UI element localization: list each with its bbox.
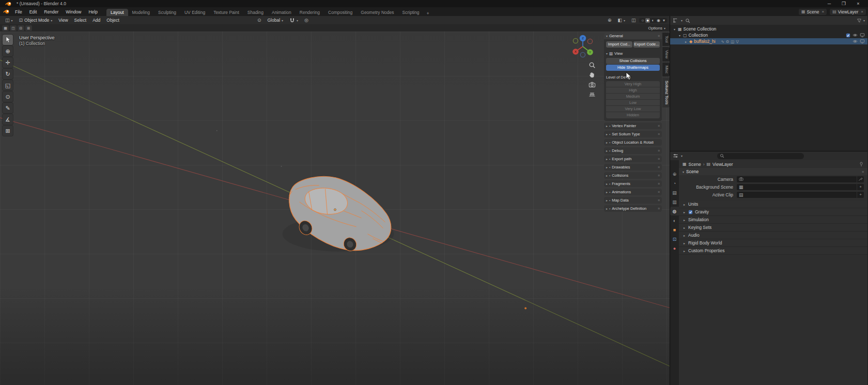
outliner-row-collection[interactable]: ▾ ▢ Collection <box>670 32 867 38</box>
add-cube-tool[interactable]: ⊞ <box>3 126 13 136</box>
camera-field[interactable] <box>737 176 857 182</box>
exclude-checkbox-icon[interactable] <box>846 33 850 38</box>
lod-very-high-button[interactable]: Very High <box>606 81 660 87</box>
panel-grip-icon[interactable]: ≡ <box>658 182 660 186</box>
audio-section[interactable]: ▸ Audio <box>679 232 867 239</box>
units-section[interactable]: ▸ Units <box>679 201 867 208</box>
editor-type-button[interactable]: ◫ ▾ <box>3 18 16 23</box>
collisions-panel[interactable]: ▸▪Collisions≡ <box>604 172 662 179</box>
workspace-tab-geometry-nodes[interactable]: Geometry Nodes <box>357 9 398 16</box>
unlink-scene-icon[interactable]: × <box>821 9 825 14</box>
debug-panel[interactable]: ▸▪Debug≡ <box>604 147 662 154</box>
menu-window[interactable]: Window <box>62 9 85 14</box>
rotate-tool[interactable]: ↻ <box>3 69 13 79</box>
car-model[interactable] <box>283 176 394 253</box>
sidebar-tab-tool[interactable]: Tool <box>662 33 670 46</box>
custom-properties-section[interactable]: ▸ Custom Properties <box>679 247 867 255</box>
menu-help[interactable]: Help <box>85 9 101 14</box>
set-sollum-type-panel[interactable]: ▸▪Set Sollum Type≡ <box>604 131 662 137</box>
active-clip-field[interactable]: ▤ <box>737 192 857 198</box>
scene-panel-header[interactable]: ▾ Scene ≡ <box>679 168 867 175</box>
sidebar-tab-misc[interactable]: Misc <box>662 63 670 76</box>
menu-file[interactable]: File <box>11 9 26 14</box>
measure-tool[interactable]: ∡ <box>3 114 13 125</box>
add-workspace-button[interactable]: + <box>424 11 432 16</box>
axis-x-neg-ball[interactable] <box>587 39 592 43</box>
properties-search-input[interactable] <box>717 153 804 159</box>
general-panel-header[interactable]: ▾ General ≡ <box>604 33 662 39</box>
search-icon[interactable] <box>685 18 690 23</box>
panel-grip-icon[interactable]: ≡ <box>658 207 660 210</box>
disable-viewport-icon[interactable] <box>860 39 865 44</box>
gravity-section[interactable]: ▸ Gravity <box>679 208 867 216</box>
keying-sets-section[interactable]: ▸ Keying Sets <box>679 224 867 232</box>
ortho-grid-icon[interactable] <box>588 91 596 98</box>
axis-y-neg-ball[interactable] <box>573 38 578 43</box>
close-icon[interactable]: × <box>853 0 864 7</box>
select-mode-invert-icon[interactable]: ⊞ <box>25 25 32 31</box>
properties-editor-icon[interactable] <box>673 153 678 159</box>
view-subpanel-header[interactable]: ▾ ▥ View <box>606 51 660 56</box>
tab-object[interactable]: ■ <box>670 225 679 234</box>
workspace-tab-sculpting[interactable]: Sculpting <box>154 9 180 16</box>
panel-grip-icon[interactable]: ≡ <box>658 157 660 161</box>
tab-material[interactable]: ● <box>670 244 679 253</box>
archetype-definition-panel[interactable]: ▸▪Archetype Definition≡ <box>604 205 662 212</box>
transform-tool[interactable]: ⊙ <box>3 91 13 102</box>
remove-viewlayer-icon[interactable]: × <box>860 9 863 14</box>
import-code-button[interactable]: Import Cod... <box>606 41 632 48</box>
panel-grip-icon[interactable]: ≡ <box>658 149 660 152</box>
select-mode-subtract-icon[interactable]: ⊟ <box>18 25 24 31</box>
export-path-panel[interactable]: ▸▪Export path≡ <box>604 156 662 162</box>
tab-render[interactable]: ◔ <box>670 179 679 188</box>
cursor-tool[interactable]: ⊕ <box>3 46 13 56</box>
disable-viewport-icon[interactable] <box>860 33 865 38</box>
pin-icon[interactable] <box>859 162 864 167</box>
transform-pivot-button[interactable]: ⊙ <box>255 18 264 23</box>
menu-object[interactable]: Object <box>104 18 122 23</box>
menu-select[interactable]: Select <box>72 18 89 23</box>
proportional-edit-toggle[interactable]: ◎ <box>302 18 311 23</box>
gravity-checkbox-icon[interactable] <box>688 210 693 214</box>
chevron-down-icon[interactable]: ▾ <box>863 19 865 22</box>
xray-toggle[interactable]: ◫ <box>629 18 639 23</box>
lod-very-low-button[interactable]: Very Low <box>606 106 660 112</box>
annotate-tool[interactable]: ✎ <box>3 103 13 113</box>
workspace-tab-uv-editing[interactable]: UV Editing <box>180 9 209 16</box>
minimize-icon[interactable]: ─ <box>824 0 835 7</box>
breadcrumb-scene[interactable]: Scene <box>689 162 701 167</box>
mode-dropdown[interactable]: ⊡ Object Mode ▾ <box>17 18 55 23</box>
outliner-row-object[interactable]: ▸ ◆ buffalo2_hi ∿ ⊙ ◫ ▽ <box>670 38 867 44</box>
simulation-section[interactable]: ▸ Simulation <box>679 216 867 224</box>
move-tool[interactable]: ✛ <box>3 57 13 68</box>
blender-menu-icon[interactable] <box>3 9 10 14</box>
menu-add[interactable]: Add <box>90 18 103 23</box>
workspace-tab-rendering[interactable]: Rendering <box>296 9 324 16</box>
select-mode-extend-icon[interactable]: ◫ <box>10 25 17 31</box>
tab-output[interactable]: ▤ <box>670 188 679 197</box>
panel-grip-icon[interactable]: ≡ <box>658 124 660 128</box>
panel-grip-icon[interactable]: ≡ <box>658 34 660 38</box>
tab-world[interactable]: ◐ <box>670 216 679 225</box>
navigation-gizmo[interactable]: Z X Y <box>569 33 596 59</box>
rigid-body-world-section[interactable]: ▸ Rigid Body World <box>679 239 867 247</box>
workspace-tab-compositing[interactable]: Compositing <box>324 9 357 16</box>
lod-hidden-button[interactable]: Hidden <box>606 112 660 118</box>
drawables-panel[interactable]: ▸▪Drawables≡ <box>604 164 662 171</box>
new-scene-button[interactable]: + <box>857 184 864 190</box>
lod-medium-button[interactable]: Medium <box>606 94 660 100</box>
workspace-tab-shading[interactable]: Shading <box>243 9 268 16</box>
map-data-panel[interactable]: ▸▪Map Data≡ <box>604 197 662 204</box>
panel-grip-icon[interactable]: ≡ <box>658 190 660 194</box>
shading-rendered-button[interactable]: ◉ <box>656 18 661 23</box>
menu-render[interactable]: Render <box>40 9 62 14</box>
outliner-editor-icon[interactable] <box>673 18 678 23</box>
select-mode-new-icon[interactable]: ▦ <box>2 25 9 31</box>
scale-tool[interactable]: ◱ <box>3 80 13 90</box>
axis-z-neg-ball[interactable] <box>580 52 585 57</box>
breadcrumb-viewlayer[interactable]: ViewLayer <box>712 162 733 167</box>
show-gizmo-toggle[interactable]: ⊕ <box>605 18 614 23</box>
eye-icon[interactable] <box>853 39 858 44</box>
shading-solid-button[interactable]: ● <box>645 18 650 23</box>
panel-grip-icon[interactable]: ≡ <box>862 170 864 174</box>
